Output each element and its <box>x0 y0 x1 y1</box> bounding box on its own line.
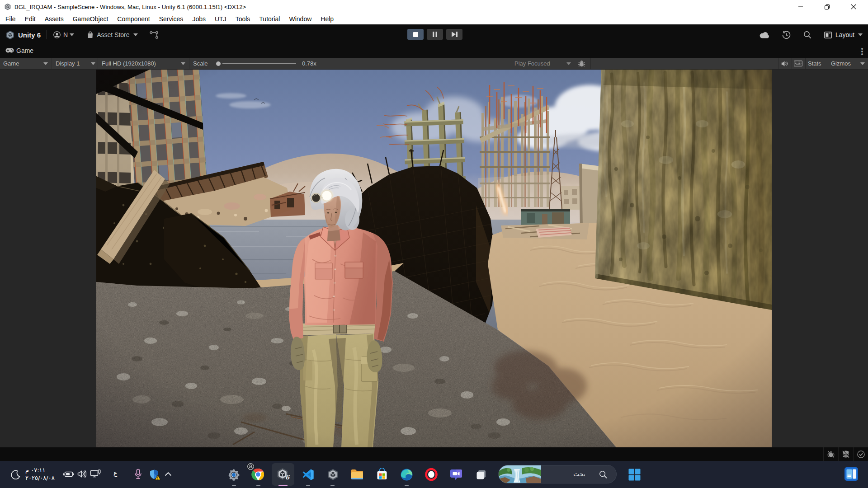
display-caret-icon[interactable] <box>91 58 95 69</box>
menu-item[interactable]: Edit <box>20 14 40 24</box>
start-button[interactable] <box>624 465 644 484</box>
taskbar-app-task-view[interactable] <box>471 465 491 484</box>
toolbar-separator <box>52 58 52 69</box>
taskbar-search-box[interactable]: بحث <box>498 465 617 483</box>
menu-item[interactable]: Help <box>316 14 338 24</box>
menu-item[interactable]: Tools <box>231 14 255 24</box>
tab-game-label: Game <box>16 47 33 54</box>
taskbar-app-file-explorer[interactable] <box>347 465 367 484</box>
unity-status-bar <box>0 447 868 461</box>
toolbar-separator <box>590 58 591 69</box>
security-shield-warning-icon[interactable] <box>149 469 161 480</box>
file-explorer-icon <box>350 469 364 480</box>
focus-assist-moon-icon[interactable] <box>11 470 20 479</box>
display-dropdown[interactable]: Display 1 <box>56 58 80 69</box>
bug-icon[interactable] <box>578 58 585 69</box>
taskbar-app-unity-hub[interactable] <box>323 465 343 484</box>
cache-server-status-button[interactable] <box>838 447 853 461</box>
language-indicator[interactable]: ع <box>113 469 117 477</box>
account-caret-icon[interactable] <box>70 33 74 36</box>
battery-charging-icon[interactable] <box>63 470 74 478</box>
debugger-status-button[interactable] <box>823 447 838 461</box>
edge-icon <box>400 468 413 481</box>
menu-item[interactable]: UTJ <box>210 14 231 24</box>
unity-toolbar: Unity 6 N Asset Store <box>0 24 868 45</box>
window-title: BGL_IRQJAM - SampleScene - Windows, Mac,… <box>14 4 246 10</box>
taskbar-app-edge[interactable] <box>396 465 416 484</box>
chevron-up-icon[interactable] <box>165 472 172 476</box>
play-stop-button[interactable] <box>407 29 424 40</box>
play-focused-caret-icon[interactable] <box>566 58 571 69</box>
mute-audio-icon[interactable] <box>781 58 788 69</box>
asset-store-label[interactable]: Asset Store <box>97 31 129 38</box>
minimize-button[interactable] <box>790 0 811 14</box>
keyboard-shortcuts-icon[interactable] <box>794 58 802 69</box>
layout-caret-icon[interactable] <box>858 33 863 36</box>
pause-button[interactable] <box>427 29 443 40</box>
taskbar-clock[interactable]: ٠٧:١١ م ٢٠٢٥/٠٨/٠٨ <box>25 466 55 482</box>
volume-icon[interactable] <box>77 470 86 478</box>
activity-status-button[interactable] <box>853 447 868 461</box>
microsoft-store-icon <box>376 468 388 481</box>
tab-game[interactable]: Game <box>5 47 33 54</box>
unity-editor-icon: 6 <box>276 467 290 482</box>
asset-store-caret-icon[interactable] <box>133 33 138 36</box>
undo-history-icon[interactable] <box>782 31 791 39</box>
game-viewport <box>0 70 868 447</box>
taskbar-app-opera[interactable] <box>421 465 441 484</box>
svg-text:6: 6 <box>285 474 290 481</box>
taskbar-app-chat[interactable] <box>446 465 466 484</box>
asset-store-bag-icon[interactable] <box>87 31 94 38</box>
widgets-button[interactable] <box>844 467 859 481</box>
activity-ok-icon <box>857 450 865 458</box>
taskbar-app-microsoft-store[interactable] <box>372 465 392 484</box>
view-mode-dropdown[interactable]: Game <box>3 58 19 69</box>
taskbar-app-vscode[interactable] <box>298 465 318 484</box>
menu-item[interactable]: File <box>1 14 20 24</box>
game-render[interactable] <box>96 70 772 447</box>
restore-button[interactable] <box>816 0 837 14</box>
resolution-caret-icon[interactable] <box>181 58 185 69</box>
view-mode-caret-icon[interactable] <box>43 58 48 69</box>
play-focused-dropdown[interactable]: Play Focused <box>514 58 550 69</box>
layout-icon[interactable] <box>824 32 832 38</box>
toolbar-separator <box>47 30 47 39</box>
debugger-disabled-icon <box>827 450 835 458</box>
microphone-icon[interactable] <box>134 469 142 479</box>
close-button[interactable] <box>843 0 864 14</box>
menu-item[interactable]: Component <box>113 14 154 24</box>
clock-date: ٢٠٢٥/٠٨/٠٨ <box>25 474 55 482</box>
gizmos-caret-icon[interactable] <box>860 58 865 69</box>
menu-item[interactable]: Jobs <box>188 14 210 24</box>
taskbar-app-settings[interactable] <box>224 465 244 484</box>
cloud-icon[interactable] <box>760 32 769 38</box>
menu-item[interactable]: Services <box>155 14 188 24</box>
toolbar-separator <box>189 58 189 69</box>
gizmos-dropdown[interactable]: Gizmos <box>831 58 851 69</box>
display-cast-icon[interactable] <box>90 469 101 479</box>
clock-time: ٠٧:١١ م <box>25 466 55 474</box>
tab-options-kebab-icon[interactable]: ••• <box>860 47 864 56</box>
version-control-icon[interactable] <box>150 31 158 39</box>
step-button[interactable] <box>446 29 462 40</box>
taskbar-app-unity-editor[interactable]: 6 <box>272 463 294 486</box>
menu-item[interactable]: GameObject <box>68 14 113 24</box>
windows-start-icon <box>628 469 641 481</box>
scale-slider-track[interactable] <box>222 58 296 69</box>
menu-item[interactable]: Tutorial <box>255 14 284 24</box>
resolution-dropdown[interactable]: Full HD (868x488) <box>102 58 156 69</box>
menu-bar: FileEditAssetsGameObjectComponentService… <box>0 14 868 24</box>
search-label: بحث <box>573 470 585 478</box>
scale-value: 0.78x <box>302 58 316 69</box>
account-name[interactable]: N <box>63 31 68 38</box>
stats-toggle[interactable]: Stats <box>808 58 821 69</box>
menu-item[interactable]: Window <box>284 14 316 24</box>
scale-slider-knob[interactable] <box>216 58 221 69</box>
menu-item[interactable]: Assets <box>40 14 68 24</box>
running-indicator <box>232 485 236 486</box>
search-icon[interactable] <box>803 31 811 39</box>
taskbar-app-chrome[interactable] <box>248 465 268 484</box>
account-icon[interactable] <box>53 31 61 38</box>
layout-label[interactable]: Layout <box>835 31 854 38</box>
search-daily-image <box>499 465 541 483</box>
